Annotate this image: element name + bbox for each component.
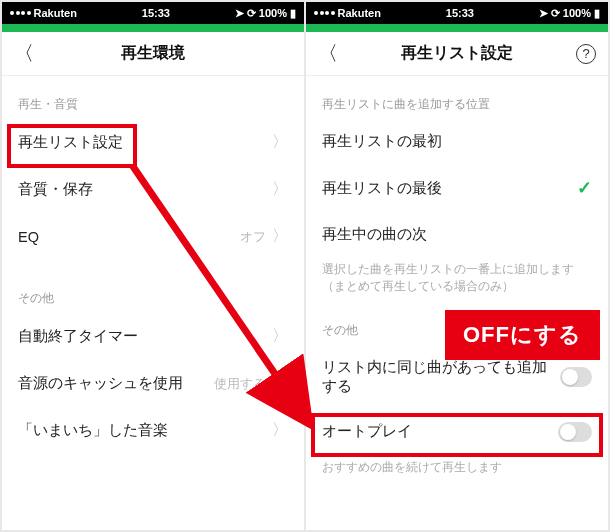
row-sleep-timer[interactable]: 自動終了タイマー 〉	[2, 313, 304, 360]
battery-label: 100%	[259, 7, 287, 19]
page-title: 再生環境	[121, 43, 185, 64]
option-label: 再生中の曲の次	[322, 225, 427, 244]
row-quality[interactable]: 音質・保存 〉	[2, 166, 304, 213]
row-label: 自動終了タイマー	[18, 327, 138, 346]
section-label-other: その他	[2, 278, 304, 313]
section-label-position: 再生リストに曲を追加する位置	[306, 84, 608, 119]
phone-left: Rakuten 15:33 ➤ ⟳ 100% ▮ 〈 再生環境 再生・音質 再生…	[2, 2, 304, 530]
chevron-right-icon: 〉	[272, 420, 288, 441]
app-accent-bar	[2, 24, 304, 32]
option-label: 再生リストの最後	[322, 179, 442, 198]
chevron-right-icon: 〉	[272, 132, 288, 153]
row-label: リスト内に同じ曲があっても追加する	[322, 358, 560, 396]
caption-position: 選択した曲を再生リストの一番上に追加します（まとめて再生している場合のみ）	[306, 257, 608, 310]
chevron-right-icon: 〉	[272, 179, 288, 200]
page-title: 再生リスト設定	[401, 43, 513, 64]
option-first[interactable]: 再生リストの最初	[306, 119, 608, 164]
orientation-icon: ⟳	[247, 7, 256, 20]
carrier-label: Rakuten	[338, 7, 381, 19]
chevron-right-icon: 〉	[272, 326, 288, 347]
header: 〈 再生リスト設定 ?	[306, 32, 608, 76]
location-icon: ➤	[539, 7, 548, 20]
battery-label: 100%	[563, 7, 591, 19]
row-label: EQ	[18, 229, 39, 245]
help-icon[interactable]: ?	[576, 44, 596, 64]
status-bar: Rakuten 15:33 ➤ ⟳ 100% ▮	[2, 2, 304, 24]
back-icon[interactable]: 〈	[14, 40, 34, 67]
check-icon: ✓	[577, 177, 592, 199]
battery-icon: ▮	[290, 7, 296, 20]
clock: 15:33	[446, 7, 474, 19]
row-cache[interactable]: 音源のキャッシュを使用 使用する 〉	[2, 360, 304, 407]
toggle-off-icon[interactable]	[560, 367, 592, 387]
orientation-icon: ⟳	[551, 7, 560, 20]
annotation-highlight-box	[311, 413, 603, 457]
annotation-off-label: OFFにする	[445, 310, 600, 360]
clock: 15:33	[142, 7, 170, 19]
caption-autoplay: おすすめの曲を続けて再生します	[306, 455, 608, 490]
back-icon[interactable]: 〈	[318, 40, 338, 67]
row-eq[interactable]: EQ オフ 〉	[2, 213, 304, 260]
phone-right: Rakuten 15:33 ➤ ⟳ 100% ▮ 〈 再生リスト設定 ? 再生リ…	[306, 2, 608, 530]
location-icon: ➤	[235, 7, 244, 20]
row-label: 「いまいち」した音楽	[18, 421, 168, 440]
header: 〈 再生環境	[2, 32, 304, 76]
app-accent-bar	[306, 24, 608, 32]
chevron-right-icon: 〉	[272, 226, 288, 247]
option-next[interactable]: 再生中の曲の次	[306, 212, 608, 257]
status-bar: Rakuten 15:33 ➤ ⟳ 100% ▮	[306, 2, 608, 24]
row-imaichi[interactable]: 「いまいち」した音楽 〉	[2, 407, 304, 454]
row-value: 使用する	[214, 375, 266, 393]
carrier-label: Rakuten	[34, 7, 77, 19]
row-label: 音質・保存	[18, 180, 93, 199]
battery-icon: ▮	[594, 7, 600, 20]
section-label-playback: 再生・音質	[2, 84, 304, 119]
option-label: 再生リストの最初	[322, 132, 442, 151]
row-value: オフ	[240, 228, 266, 246]
option-last[interactable]: 再生リストの最後 ✓	[306, 164, 608, 212]
annotation-highlight-box	[7, 124, 137, 168]
chevron-right-icon: 〉	[272, 373, 288, 394]
row-label: 音源のキャッシュを使用	[18, 374, 183, 393]
